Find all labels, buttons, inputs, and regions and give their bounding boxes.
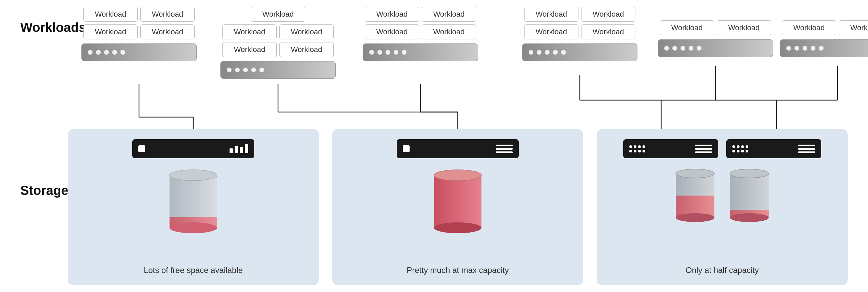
workload-box: Workload bbox=[365, 24, 419, 39]
workload-cluster-6: Workload Workload bbox=[780, 20, 868, 57]
server-dot bbox=[386, 50, 390, 55]
bar-4 bbox=[245, 144, 248, 153]
line-2 bbox=[496, 148, 513, 150]
workload-box: Workload bbox=[524, 7, 578, 22]
server-dot bbox=[680, 46, 685, 51]
svg-point-30 bbox=[676, 213, 714, 222]
workload-box: Workload bbox=[83, 7, 138, 22]
dot bbox=[634, 150, 636, 152]
server-dot bbox=[819, 46, 824, 51]
cylinder-svg-2 bbox=[431, 165, 485, 233]
server-dot bbox=[394, 50, 398, 55]
server-square-icon bbox=[138, 145, 145, 152]
server-dot bbox=[553, 50, 558, 55]
cylinder-svg-3b bbox=[727, 165, 771, 224]
line-2 bbox=[798, 148, 815, 150]
workload-box: Workload bbox=[140, 7, 195, 22]
server-lines-icon bbox=[798, 145, 815, 153]
server-dot bbox=[112, 50, 117, 55]
server-lines-icon bbox=[496, 145, 513, 153]
workload-box: Workload bbox=[581, 24, 635, 39]
workload-box: Workload bbox=[422, 7, 476, 22]
cylinder-svg-3a bbox=[673, 165, 717, 224]
server-dot bbox=[251, 68, 256, 72]
workload-grid-4: Workload Workload Workload Workload bbox=[524, 7, 635, 39]
workload-grid-top: Workload bbox=[251, 7, 305, 22]
workload-box: Workload bbox=[83, 24, 138, 39]
dot bbox=[643, 145, 645, 148]
workload-grid-1: Workload Workload Workload Workload bbox=[83, 7, 195, 39]
storage-server-1 bbox=[132, 139, 254, 158]
dot bbox=[629, 150, 632, 152]
line-1 bbox=[798, 145, 815, 146]
svg-rect-24 bbox=[434, 175, 481, 228]
svg-point-25 bbox=[434, 222, 481, 233]
workload-grid-bottom: Workload Workload Workload Workload bbox=[222, 24, 334, 57]
line-3 bbox=[496, 151, 513, 153]
workload-box: Workload bbox=[422, 24, 476, 39]
line-1 bbox=[695, 145, 712, 146]
bar-2 bbox=[235, 146, 238, 153]
server-dot bbox=[96, 50, 101, 55]
server-dot bbox=[664, 46, 669, 51]
server-bar-3 bbox=[363, 43, 478, 61]
server-dot bbox=[369, 50, 374, 55]
server-dot bbox=[259, 68, 264, 72]
server-lines-icon bbox=[695, 145, 712, 153]
workload-box: Workload bbox=[782, 20, 836, 35]
dot bbox=[638, 150, 641, 152]
storage-panel-3: Only at half capacity bbox=[597, 129, 848, 285]
workload-grid-3: Workload Workload Workload Workload bbox=[365, 7, 476, 39]
storage-two-servers bbox=[623, 139, 821, 158]
server-dot bbox=[794, 46, 799, 51]
server-dot bbox=[88, 50, 93, 55]
server-dot bbox=[537, 50, 541, 55]
workload-box: Workload bbox=[524, 24, 578, 39]
workload-box: Workload bbox=[140, 24, 195, 39]
server-bar-5 bbox=[658, 39, 773, 57]
server-bar-1 bbox=[81, 43, 197, 61]
workload-box: Workload bbox=[251, 7, 305, 22]
storage-caption-3: Only at half capacity bbox=[686, 266, 759, 275]
svg-point-35 bbox=[730, 213, 769, 222]
dot bbox=[737, 145, 739, 148]
dot bbox=[741, 145, 744, 148]
storage-caption-1: Lots of free space available bbox=[144, 266, 243, 275]
cylinder-1 bbox=[166, 165, 220, 233]
workload-cluster-2: Workload Workload Workload Workload Work… bbox=[220, 7, 336, 79]
storage-panel-2: Pretty much at max capacity bbox=[332, 129, 583, 285]
cylinder-2 bbox=[431, 165, 485, 233]
server-dot bbox=[811, 46, 815, 51]
dot bbox=[638, 145, 641, 148]
workload-box: Workload bbox=[717, 20, 771, 35]
storage-area: Lots of free space available bbox=[68, 129, 848, 285]
server-dot bbox=[235, 68, 240, 72]
bar-1 bbox=[230, 148, 233, 153]
server-bar-2 bbox=[220, 61, 336, 79]
dot bbox=[643, 150, 645, 152]
cylinder-3a bbox=[673, 165, 717, 224]
workload-box: Workload bbox=[660, 20, 714, 35]
storage-two-cylinders bbox=[673, 165, 771, 224]
line-3 bbox=[695, 151, 712, 153]
workload-box: Workload bbox=[222, 24, 277, 39]
server-dot bbox=[377, 50, 382, 55]
server-bars-icon bbox=[230, 144, 248, 153]
workload-box: Workload bbox=[222, 42, 277, 57]
server-dot bbox=[243, 68, 248, 72]
server-dot bbox=[104, 50, 109, 55]
line-3 bbox=[798, 151, 815, 153]
server-dot bbox=[689, 46, 693, 51]
line-1 bbox=[496, 145, 513, 146]
dot bbox=[737, 150, 739, 152]
server-dot bbox=[672, 46, 677, 51]
server-bar-4 bbox=[522, 43, 637, 61]
workload-box: Workload bbox=[839, 20, 868, 35]
workload-grid-5: Workload Workload bbox=[660, 20, 771, 35]
server-dot bbox=[227, 68, 232, 72]
server-dot bbox=[529, 50, 533, 55]
server-dot bbox=[561, 50, 566, 55]
workload-box: Workload bbox=[581, 7, 635, 22]
line-2 bbox=[695, 148, 712, 150]
workloads-area: Workload Workload Workload Workload Work… bbox=[68, 7, 848, 85]
